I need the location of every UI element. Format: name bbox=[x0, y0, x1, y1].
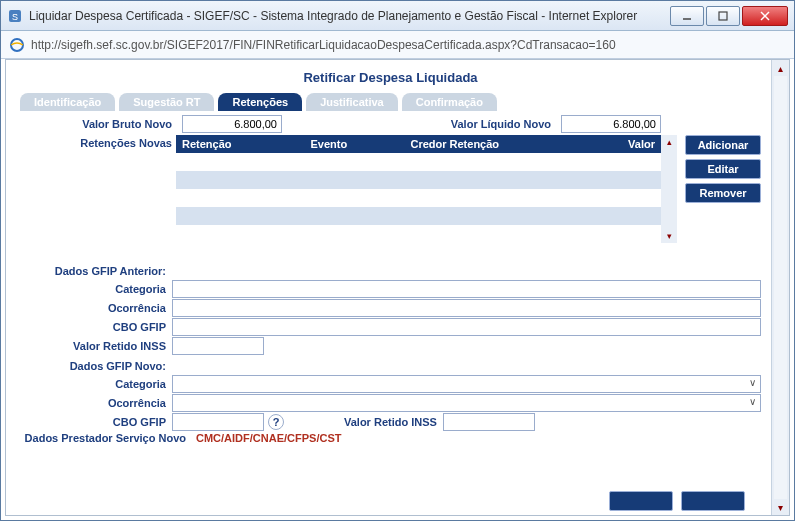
svg-point-6 bbox=[11, 39, 23, 51]
retencoes-table: Retenção Evento Credor Retenção Valor bbox=[176, 135, 677, 243]
address-bar bbox=[1, 31, 794, 59]
cbo-gfip-novo-input[interactable] bbox=[172, 413, 264, 431]
valor-bruto-input[interactable] bbox=[182, 115, 282, 133]
table-row[interactable] bbox=[176, 153, 661, 171]
ie-icon bbox=[9, 37, 25, 53]
remover-button[interactable]: Remover bbox=[685, 183, 761, 203]
maximize-button[interactable] bbox=[706, 6, 740, 26]
scroll-up-icon[interactable]: ▴ bbox=[661, 135, 677, 149]
valor-retido-inss-label: Valor Retido INSS bbox=[20, 340, 172, 352]
browser-window: S Liquidar Despesa Certificada - SIGEF/S… bbox=[0, 0, 795, 521]
tab-bar: Identificação Sugestão RT Retenções Just… bbox=[20, 93, 761, 111]
valor-liquido-label: Valor Líquido Novo bbox=[451, 118, 551, 130]
gfip-novo-heading: Dados GFIP Novo: bbox=[20, 360, 172, 372]
tab-identificacao[interactable]: Identificação bbox=[20, 93, 115, 111]
valor-retido-inss-novo-input[interactable] bbox=[443, 413, 535, 431]
table-row[interactable] bbox=[176, 225, 661, 243]
table-body bbox=[176, 153, 661, 243]
categoria-novo-select[interactable] bbox=[172, 375, 761, 393]
table-scrollbar[interactable]: ▴ ▾ bbox=[661, 135, 677, 243]
th-valor: Valor bbox=[571, 138, 661, 150]
ocorrencia-novo-select[interactable] bbox=[172, 394, 761, 412]
valor-liquido-input[interactable] bbox=[561, 115, 661, 133]
cmc-aidf-link[interactable]: CMC/AIDF/CNAE/CFPS/CST bbox=[196, 432, 341, 444]
table-actions: Adicionar Editar Remover bbox=[685, 135, 761, 203]
page-scroll-up-icon[interactable]: ▴ bbox=[772, 60, 789, 76]
gfip-form: Dados GFIP Anterior: Categoria Ocorrênci… bbox=[20, 261, 761, 444]
gfip-anterior-heading: Dados GFIP Anterior: bbox=[20, 265, 172, 277]
categoria-novo-label: Categoria bbox=[20, 378, 172, 390]
table-row[interactable] bbox=[176, 207, 661, 225]
footer-button-2[interactable] bbox=[681, 491, 745, 511]
th-retencao: Retenção bbox=[176, 138, 310, 150]
page-favicon: S bbox=[7, 8, 23, 24]
minimize-button[interactable] bbox=[670, 6, 704, 26]
window-title: Liquidar Despesa Certificada - SIGEF/SC … bbox=[29, 9, 670, 23]
valor-row: Valor Bruto Novo Valor Líquido Novo bbox=[20, 115, 761, 133]
page-scroll-track[interactable] bbox=[774, 76, 787, 499]
svg-rect-3 bbox=[719, 12, 727, 20]
footer-button-1[interactable] bbox=[609, 491, 673, 511]
adicionar-button[interactable]: Adicionar bbox=[685, 135, 761, 155]
tab-justificativa[interactable]: Justificativa bbox=[306, 93, 398, 111]
page-title: Retificar Despesa Liquidada bbox=[20, 66, 761, 93]
content-frame: Retificar Despesa Liquidada Identificaçã… bbox=[5, 59, 790, 516]
tab-retencoes[interactable]: Retenções bbox=[218, 93, 302, 111]
retencoes-row: Retenções Novas Retenção Evento Credor R… bbox=[20, 135, 761, 243]
th-credor: Credor Retenção bbox=[410, 138, 571, 150]
cbo-gfip-label: CBO GFIP bbox=[20, 321, 172, 333]
tab-sugestao-rt[interactable]: Sugestão RT bbox=[119, 93, 214, 111]
categoria-label: Categoria bbox=[20, 283, 172, 295]
close-button[interactable] bbox=[742, 6, 788, 26]
table-row[interactable] bbox=[176, 171, 661, 189]
ocorrencia-anterior-input[interactable] bbox=[172, 299, 761, 317]
cbo-gfip-anterior-input[interactable] bbox=[172, 318, 761, 336]
scroll-down-icon[interactable]: ▾ bbox=[661, 229, 677, 243]
table-header: Retenção Evento Credor Retenção Valor bbox=[176, 135, 661, 153]
valor-retido-inss-anterior-input[interactable] bbox=[172, 337, 264, 355]
page-scrollbar[interactable]: ▴ ▾ bbox=[771, 60, 789, 515]
th-evento: Evento bbox=[310, 138, 410, 150]
categoria-anterior-input[interactable] bbox=[172, 280, 761, 298]
cbo-gfip-novo-label: CBO GFIP bbox=[20, 416, 172, 428]
page-footer-buttons bbox=[609, 491, 745, 511]
editar-button[interactable]: Editar bbox=[685, 159, 761, 179]
cbo-help-icon[interactable]: ? bbox=[268, 414, 284, 430]
dados-prestador-label: Dados Prestador Serviço Novo bbox=[20, 432, 192, 444]
title-bar: S Liquidar Despesa Certificada - SIGEF/S… bbox=[1, 1, 794, 31]
valor-retido-inss-novo-label: Valor Retido INSS bbox=[344, 416, 437, 428]
window-controls bbox=[670, 6, 788, 26]
ocorrencia-label: Ocorrência bbox=[20, 302, 172, 314]
retencoes-novas-label: Retenções Novas bbox=[20, 135, 172, 149]
url-input[interactable] bbox=[31, 38, 786, 52]
page-scroll-down-icon[interactable]: ▾ bbox=[772, 499, 789, 515]
svg-text:S: S bbox=[12, 12, 18, 22]
tab-confirmacao[interactable]: Confirmação bbox=[402, 93, 497, 111]
ocorrencia-novo-label: Ocorrência bbox=[20, 397, 172, 409]
page-body: Retificar Despesa Liquidada Identificaçã… bbox=[6, 60, 771, 515]
table-row[interactable] bbox=[176, 189, 661, 207]
valor-bruto-label: Valor Bruto Novo bbox=[20, 118, 172, 130]
